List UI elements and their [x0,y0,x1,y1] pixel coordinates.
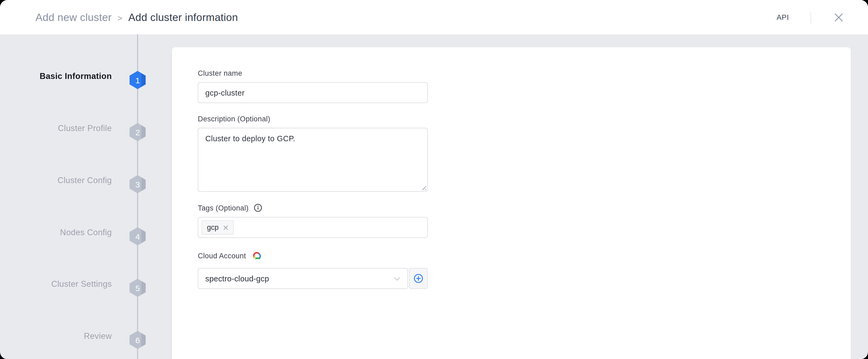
description-field: Description (Optional) Cluster to deploy… [198,115,428,192]
step-item-review[interactable]: Review 6 [0,327,146,345]
step-label: Cluster Config [0,175,129,185]
step-hexagon-badge: 2 [129,123,146,141]
breadcrumb-separator: > [118,13,123,22]
tag-chip: gcp [202,220,234,235]
selected-account-value: spectro-cloud-gcp [205,274,269,283]
step-label: Review [0,331,129,341]
step-item-cluster-profile[interactable]: Cluster Profile 2 [0,119,146,137]
step-hexagon-badge: 3 [129,175,146,193]
step-item-nodes-config[interactable]: Nodes Config 4 [0,223,146,242]
close-button[interactable] [833,11,844,23]
add-cloud-account-button[interactable] [409,268,428,289]
cloud-account-label: Cloud Account [198,251,428,260]
tags-input[interactable]: gcp [198,217,428,238]
step-number: 4 [135,232,140,241]
close-icon [834,12,843,22]
step-label: Cluster Profile [0,124,129,133]
tags-field: Tags (Optional) gcp [198,203,428,238]
plus-circle-icon [413,273,424,284]
step-number: 5 [135,283,140,292]
step-number: 1 [135,75,140,85]
tags-label: Tags (Optional) [198,203,428,212]
add-cluster-wizard-window: Add new cluster > Add cluster informatio… [0,0,868,359]
step-hexagon-badge: 6 [129,331,146,349]
api-button[interactable]: API [777,13,789,21]
step-item-basic-information[interactable]: Basic Information 1 [0,67,146,86]
cloud-account-field: Cloud Account spectro-cloud [198,251,428,289]
tag-chip-label: gcp [207,223,219,231]
cluster-name-field: Cluster name [198,69,428,103]
step-item-cluster-config[interactable]: Cluster Config 3 [0,171,146,190]
basic-information-form: Cluster name Description (Optional) Clus… [172,47,428,289]
google-cloud-icon [251,251,262,260]
remove-tag-icon[interactable] [223,225,228,230]
step-item-cluster-settings[interactable]: Cluster Settings 5 [0,275,146,293]
breadcrumb: Add new cluster > Add cluster informatio… [35,11,238,23]
description-textarea-wrap: Cluster to deploy to GCP. [198,128,428,192]
step-label: Cluster Settings [0,279,129,289]
description-textarea[interactable]: Cluster to deploy to GCP. [198,128,428,192]
step-label: Nodes Config [0,228,129,237]
step-hexagon-badge: 5 [129,279,146,297]
description-label: Description (Optional) [198,115,428,123]
step-hexagon-badge: 4 [129,227,146,246]
stage: Add new cluster > Add cluster informatio… [0,0,868,359]
cloud-account-select[interactable]: spectro-cloud-gcp [198,268,408,289]
breadcrumb-parent-link[interactable]: Add new cluster [35,11,112,23]
breadcrumb-current: Add cluster information [128,11,238,23]
step-number: 6 [135,335,140,345]
content-panel: Cluster name Description (Optional) Clus… [172,47,851,359]
info-icon[interactable] [253,203,262,212]
wizard-header: Add new cluster > Add cluster informatio… [0,0,868,34]
chevron-down-icon [394,276,400,281]
header-divider [810,11,811,23]
cloud-account-select-row: spectro-cloud-gcp [198,268,428,289]
step-label: Basic Information [0,71,129,81]
step-number: 3 [135,180,140,189]
step-hexagon-badge: 1 [129,71,146,89]
cluster-name-label: Cluster name [198,69,428,77]
step-number: 2 [135,128,140,137]
cluster-name-input[interactable] [198,82,428,103]
header-actions: API [777,11,844,23]
